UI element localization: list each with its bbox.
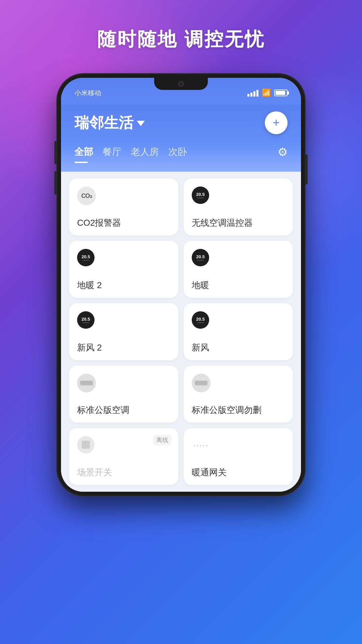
notch	[154, 78, 208, 90]
phone-shell: 小米移动 📶 瑞	[57, 74, 305, 496]
device-name-hvac: 暖通网关	[192, 467, 285, 478]
device-name-floor-heat: 地暖	[192, 279, 285, 291]
volume-up-button	[54, 141, 57, 164]
thermostat-icon-fresh: 20.5	[192, 311, 209, 329]
carrier-text: 小米移动	[74, 89, 101, 98]
scene-icon	[77, 436, 95, 453]
phone-screen: 小米移动 📶 瑞	[61, 78, 301, 492]
signal-icon	[247, 89, 258, 97]
ac-icon-2	[192, 374, 210, 392]
device-grid: CO₂ CO2报警器 20.5 无线空调温控器 20.5	[61, 172, 301, 492]
device-card-fresh-air[interactable]: 20.5 新风	[184, 303, 293, 360]
battery-icon	[274, 90, 288, 96]
settings-icon[interactable]: ⚙	[278, 145, 288, 159]
tab-all[interactable]: 全部	[74, 142, 103, 162]
device-card-co2-alarm[interactable]: CO₂ CO2报警器	[69, 178, 178, 235]
device-card-scene-switch[interactable]: 离线 场景开关	[69, 428, 178, 485]
device-card-std-ac-2[interactable]: 标准公版空调勿删	[184, 366, 293, 423]
app-header: 瑞邻生活 + 全部 餐厅 老人房	[61, 105, 301, 172]
device-card-floor-heat-2[interactable]: 20.5 地暖 2	[69, 241, 178, 298]
tab-elder-room[interactable]: 老人房	[131, 142, 168, 162]
status-bar: 小米移动 📶	[61, 78, 301, 105]
plus-icon: +	[273, 117, 280, 129]
dropdown-arrow-icon	[137, 121, 145, 126]
home-name: 瑞邻生活	[74, 113, 133, 133]
phone-mockup: 小米移动 📶 瑞	[57, 74, 305, 496]
ac-icon	[77, 374, 96, 392]
home-title-group[interactable]: 瑞邻生活	[74, 113, 145, 133]
device-name-std-ac: 标准公版空调	[77, 404, 170, 416]
device-name-fresh-air: 新风	[192, 342, 285, 354]
device-name-floor-heat-2: 地暖 2	[77, 279, 170, 291]
front-camera	[178, 81, 184, 87]
offline-badge: 离线	[153, 435, 172, 445]
device-card-ac-controller[interactable]: 20.5 无线空调温控器	[184, 178, 293, 235]
thermostat-icon-fresh2: 20.5	[77, 311, 95, 329]
wifi-icon: 📶	[262, 89, 271, 97]
room-tabs: 全部 餐厅 老人房 次卧 ⚙	[74, 142, 288, 162]
device-card-fresh-air-2[interactable]: 20.5 新风 2	[69, 303, 178, 360]
co2-icon: CO₂	[77, 186, 96, 205]
device-card-floor-heat[interactable]: 20.5 地暖	[184, 241, 293, 298]
device-name-std-ac-2: 标准公版空调勿删	[192, 404, 285, 416]
thermostat-icon-ac: 20.5	[192, 186, 209, 204]
device-card-hvac-gateway[interactable]: ····· 暖通网关	[184, 428, 293, 485]
add-device-button[interactable]: +	[265, 111, 288, 134]
svg-rect-0	[82, 441, 90, 449]
thermostat-icon-floor2: 20.5	[77, 249, 95, 266]
thermostat-icon-floor: 20.5	[192, 249, 209, 266]
volume-down-button	[54, 171, 57, 195]
tab-second-bedroom[interactable]: 次卧	[168, 142, 196, 162]
status-icons: 📶	[247, 89, 288, 97]
device-name-scene: 场景开关	[77, 467, 170, 478]
device-name-fresh-air-2: 新风 2	[77, 342, 170, 354]
device-name-co2: CO2报警器	[77, 217, 170, 229]
power-button	[305, 154, 308, 184]
tab-dining[interactable]: 餐厅	[103, 142, 131, 162]
app-tagline: 随时随地 调控无忧	[0, 27, 362, 52]
device-card-std-ac[interactable]: 标准公版空调	[69, 366, 178, 423]
device-name-ac-controller: 无线空调温控器	[192, 217, 285, 229]
hvac-icon: ·····	[192, 436, 210, 455]
header-title-row: 瑞邻生活 +	[74, 111, 288, 134]
